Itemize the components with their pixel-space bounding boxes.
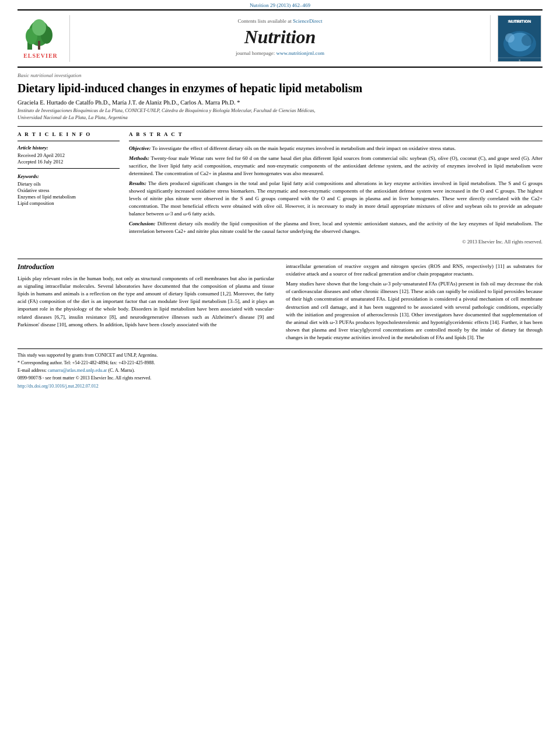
- article-info-heading: A R T I C L E I N F O: [18, 131, 120, 137]
- section-tag: Basic nutritional investigation: [18, 72, 542, 78]
- objective-text: To investigate the effect of different d…: [152, 145, 456, 151]
- svg-text:NUTRITION: NUTRITION: [509, 19, 531, 23]
- journal-thumbnail: NUTRITION ≡: [490, 15, 542, 62]
- results-text: The diets produced significant changes i…: [129, 180, 542, 217]
- keyword-2: Oxidative stress: [18, 187, 120, 193]
- journal-cover-image: NUTRITION ≡: [498, 15, 541, 62]
- footnote-corresponding: * Corresponding author. Tel: +54-221-482…: [18, 360, 542, 366]
- intro-para1-cont: intracellular generation of reactive oxy…: [286, 263, 542, 278]
- article-title: Dietary lipid-induced changes in enzymes…: [18, 81, 542, 96]
- doi-link[interactable]: http://dx.doi.org/10.1016/j.nut.2012.07.…: [18, 384, 99, 389]
- body-divider: [18, 259, 542, 259]
- objective-label: Objective:: [129, 145, 150, 151]
- elsevier-brand: ELSEVIER: [23, 53, 58, 59]
- svg-rect-5: [38, 41, 40, 50]
- sciencedirect-link[interactable]: ScienceDirect: [293, 18, 322, 24]
- article-content: Basic nutritional investigation Dietary …: [18, 68, 542, 249]
- abstract-column: A B S T R A C T Objective: To investigat…: [129, 131, 542, 245]
- footnote-issn: 0899-9007/$ - see front matter © 2013 El…: [18, 375, 542, 381]
- divider-info: [18, 141, 120, 141]
- abstract-conclusion: Conclusion: Different dietary oils modif…: [129, 220, 542, 235]
- article-info-column: A R T I C L E I N F O Article history: R…: [18, 131, 120, 245]
- elsevier-logo: ELSEVIER: [18, 15, 70, 62]
- body-two-col: Introduction Lipids play relevant roles …: [18, 263, 542, 343]
- article-authors: Graciela E. Hurtado de Catalfo Ph.D., Ma…: [18, 99, 542, 106]
- abstract-heading: A B S T R A C T: [129, 131, 542, 137]
- divider-keywords: [18, 168, 120, 169]
- svg-point-4: [32, 19, 46, 36]
- footnote-funding: This study was supported by grants from …: [18, 352, 542, 358]
- page-container: Nutrition 29 (2013) 462–469 ELSEVIER Con…: [0, 0, 560, 753]
- journal-header: ELSEVIER Contents lists available at Sci…: [18, 9, 542, 68]
- citation-text: Nutrition 29 (2013) 462–469: [250, 2, 310, 8]
- journal-title: Nutrition: [82, 26, 478, 48]
- intro-para2: Many studies have shown that the long-ch…: [286, 280, 542, 341]
- keyword-1: Dietary oils: [18, 181, 120, 187]
- methods-text: Twenty-four male Wistar rats were fed fo…: [129, 155, 542, 176]
- two-column-layout: A R T I C L E I N F O Article history: R…: [18, 131, 542, 245]
- abstract-objective: Objective: To investigate the effect of …: [129, 145, 542, 152]
- history-label: Article history:: [18, 145, 120, 151]
- conclusion-text: Different dietary oils modify the lipid …: [129, 221, 542, 234]
- citation-bar: Nutrition 29 (2013) 462–469: [0, 0, 560, 9]
- footnotes-section: This study was supported by grants from …: [18, 348, 542, 389]
- svg-point-10: [505, 33, 514, 43]
- article-affiliation: Instituto de Investigaciones Bioquímicas…: [18, 107, 542, 121]
- svg-text:≡: ≡: [519, 58, 521, 62]
- journal-url[interactable]: www.nutritionjrnl.com: [276, 50, 324, 56]
- keywords-label: Keywords:: [18, 173, 120, 179]
- keywords-section: Keywords: Dietary oils Oxidative stress …: [18, 173, 120, 206]
- abstract-methods: Methods: Twenty-four male Wistar rats we…: [129, 155, 542, 177]
- elsevier-tree-icon: [24, 19, 57, 51]
- footnote-doi: http://dx.doi.org/10.1016/j.nut.2012.07.…: [18, 383, 542, 389]
- introduction-title: Introduction: [18, 263, 274, 271]
- keyword-4: Lipid composition: [18, 200, 120, 206]
- homepage-line: journal homepage: www.nutritionjrnl.com: [82, 50, 478, 56]
- body-right-col: intracellular generation of reactive oxy…: [286, 263, 542, 343]
- cover-svg: NUTRITION ≡: [498, 16, 541, 62]
- email-link[interactable]: camarra@atlas.med.unlp.edu.ar: [48, 368, 107, 373]
- divider-1: [18, 126, 542, 127]
- footnote-email: E-mail address: camarra@atlas.med.unlp.e…: [18, 367, 542, 374]
- conclusion-label: Conclusion:: [129, 221, 156, 226]
- methods-label: Methods:: [129, 155, 149, 161]
- accepted-date: Accepted 16 July 2012: [18, 159, 120, 165]
- contents-line: Contents lists available at ScienceDirec…: [82, 18, 478, 24]
- svg-point-11: [522, 34, 533, 46]
- received-date: Received 20 April 2012: [18, 152, 120, 158]
- abstract-results: Results: The diets produced significant …: [129, 180, 542, 218]
- results-label: Results:: [129, 180, 146, 186]
- intro-para1: Lipids play relevant roles in the human …: [18, 275, 274, 328]
- divider-abstract: [129, 141, 542, 141]
- keyword-3: Enzymes of lipid metabolism: [18, 194, 120, 200]
- body-left-col: Introduction Lipids play relevant roles …: [18, 263, 274, 343]
- journal-center: Contents lists available at ScienceDirec…: [70, 15, 490, 62]
- copyright-line: © 2013 Elsevier Inc. All rights reserved…: [129, 239, 542, 245]
- body-section: Introduction Lipids play relevant roles …: [18, 249, 542, 343]
